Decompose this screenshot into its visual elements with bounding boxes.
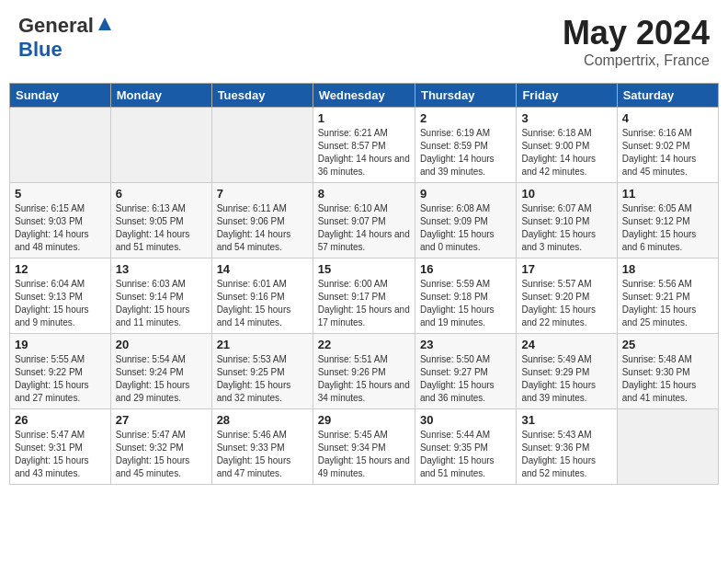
day-info: Sunrise: 6:19 AM Sunset: 8:59 PM Dayligh… [420, 127, 511, 178]
day-number: 21 [217, 338, 308, 351]
day-number: 10 [521, 187, 611, 201]
calendar-cell: 4Sunrise: 6:16 AM Sunset: 9:02 PM Daylig… [617, 108, 718, 183]
day-info: Sunrise: 6:15 AM Sunset: 9:03 PM Dayligh… [15, 202, 106, 254]
day-number: 26 [15, 413, 106, 427]
day-number: 20 [116, 338, 207, 351]
day-number: 28 [217, 413, 308, 427]
calendar-week-row: 1Sunrise: 6:21 AM Sunset: 8:57 PM Daylig… [10, 108, 719, 183]
calendar-cell: 23Sunrise: 5:50 AM Sunset: 9:27 PM Dayli… [415, 334, 516, 409]
day-number: 25 [622, 338, 713, 351]
day-info: Sunrise: 6:05 AM Sunset: 9:12 PM Dayligh… [622, 202, 713, 254]
day-info: Sunrise: 5:47 AM Sunset: 9:32 PM Dayligh… [116, 429, 207, 480]
day-info: Sunrise: 6:13 AM Sunset: 9:05 PM Dayligh… [116, 202, 207, 254]
day-number: 5 [15, 187, 106, 201]
day-number: 12 [15, 262, 106, 276]
day-info: Sunrise: 6:21 AM Sunset: 8:57 PM Dayligh… [318, 127, 410, 178]
day-info: Sunrise: 5:49 AM Sunset: 9:29 PM Dayligh… [521, 353, 611, 405]
day-info: Sunrise: 6:03 AM Sunset: 9:14 PM Dayligh… [116, 278, 207, 329]
day-number: 1 [318, 111, 410, 125]
calendar-cell: 27Sunrise: 5:47 AM Sunset: 9:32 PM Dayli… [110, 409, 211, 485]
day-number: 11 [622, 187, 713, 201]
day-info: Sunrise: 6:10 AM Sunset: 9:07 PM Dayligh… [318, 202, 410, 254]
day-info: Sunrise: 5:48 AM Sunset: 9:30 PM Dayligh… [622, 353, 713, 405]
calendar-cell: 25Sunrise: 5:48 AM Sunset: 9:30 PM Dayli… [617, 334, 718, 409]
calendar-cell: 31Sunrise: 5:43 AM Sunset: 9:36 PM Dayli… [517, 409, 617, 485]
calendar-cell: 11Sunrise: 6:05 AM Sunset: 9:12 PM Dayli… [617, 183, 718, 259]
month-title: May 2024 [563, 14, 710, 52]
day-number: 7 [217, 187, 308, 201]
day-number: 6 [116, 187, 207, 201]
day-number: 31 [521, 413, 611, 427]
calendar-cell [617, 409, 718, 485]
calendar-cell: 1Sunrise: 6:21 AM Sunset: 8:57 PM Daylig… [313, 108, 415, 183]
day-info: Sunrise: 6:04 AM Sunset: 9:13 PM Dayligh… [15, 278, 106, 329]
day-info: Sunrise: 6:16 AM Sunset: 9:02 PM Dayligh… [622, 127, 713, 178]
day-info: Sunrise: 5:46 AM Sunset: 9:33 PM Dayligh… [217, 429, 308, 480]
calendar-cell: 19Sunrise: 5:55 AM Sunset: 9:22 PM Dayli… [10, 334, 111, 409]
day-info: Sunrise: 5:50 AM Sunset: 9:27 PM Dayligh… [420, 353, 511, 405]
day-of-week-header: Tuesday [211, 84, 313, 108]
day-number: 14 [217, 262, 308, 276]
calendar-cell: 26Sunrise: 5:47 AM Sunset: 9:31 PM Dayli… [10, 409, 111, 485]
day-info: Sunrise: 5:51 AM Sunset: 9:26 PM Dayligh… [318, 353, 410, 405]
day-number: 18 [622, 262, 713, 276]
day-info: Sunrise: 6:00 AM Sunset: 9:17 PM Dayligh… [318, 278, 410, 329]
day-info: Sunrise: 5:44 AM Sunset: 9:35 PM Dayligh… [420, 429, 511, 480]
title-block: May 2024 Compertrix, France [563, 14, 710, 69]
calendar-cell: 14Sunrise: 6:01 AM Sunset: 9:16 PM Dayli… [211, 259, 313, 334]
calendar-week-row: 5Sunrise: 6:15 AM Sunset: 9:03 PM Daylig… [10, 183, 719, 259]
day-number: 30 [420, 413, 511, 427]
day-of-week-header: Thursday [415, 84, 516, 108]
day-info: Sunrise: 5:59 AM Sunset: 9:18 PM Dayligh… [420, 278, 511, 329]
day-of-week-header: Friday [517, 84, 617, 108]
day-number: 24 [521, 338, 611, 351]
day-info: Sunrise: 6:08 AM Sunset: 9:09 PM Dayligh… [420, 202, 511, 254]
calendar-cell [110, 108, 211, 183]
calendar-week-row: 19Sunrise: 5:55 AM Sunset: 9:22 PM Dayli… [10, 334, 719, 409]
calendar-cell: 28Sunrise: 5:46 AM Sunset: 9:33 PM Dayli… [211, 409, 313, 485]
calendar-cell: 10Sunrise: 6:07 AM Sunset: 9:10 PM Dayli… [517, 183, 617, 259]
calendar-cell: 24Sunrise: 5:49 AM Sunset: 9:29 PM Dayli… [517, 334, 617, 409]
day-number: 4 [622, 111, 713, 125]
calendar-cell: 3Sunrise: 6:18 AM Sunset: 9:00 PM Daylig… [517, 108, 617, 183]
logo-icon [97, 16, 113, 32]
calendar: SundayMondayTuesdayWednesdayThursdayFrid… [9, 83, 719, 485]
calendar-cell [211, 108, 313, 183]
day-of-week-header: Wednesday [313, 84, 415, 108]
day-number: 23 [420, 338, 511, 351]
day-info: Sunrise: 6:07 AM Sunset: 9:10 PM Dayligh… [521, 202, 611, 254]
day-info: Sunrise: 6:01 AM Sunset: 9:16 PM Dayligh… [217, 278, 308, 329]
day-number: 3 [521, 111, 611, 125]
day-info: Sunrise: 5:56 AM Sunset: 9:21 PM Dayligh… [622, 278, 713, 329]
calendar-cell: 15Sunrise: 6:00 AM Sunset: 9:17 PM Dayli… [313, 259, 415, 334]
calendar-cell: 2Sunrise: 6:19 AM Sunset: 8:59 PM Daylig… [415, 108, 516, 183]
day-info: Sunrise: 6:18 AM Sunset: 9:00 PM Dayligh… [521, 127, 611, 178]
day-info: Sunrise: 5:47 AM Sunset: 9:31 PM Dayligh… [15, 429, 106, 480]
calendar-cell: 13Sunrise: 6:03 AM Sunset: 9:14 PM Dayli… [110, 259, 211, 334]
calendar-cell: 6Sunrise: 6:13 AM Sunset: 9:05 PM Daylig… [110, 183, 211, 259]
day-number: 15 [318, 262, 410, 276]
day-number: 13 [116, 262, 207, 276]
day-number: 2 [420, 111, 511, 125]
calendar-cell: 12Sunrise: 6:04 AM Sunset: 9:13 PM Dayli… [10, 259, 111, 334]
calendar-week-row: 26Sunrise: 5:47 AM Sunset: 9:31 PM Dayli… [10, 409, 719, 485]
day-of-week-header: Saturday [617, 84, 718, 108]
calendar-cell: 5Sunrise: 6:15 AM Sunset: 9:03 PM Daylig… [10, 183, 111, 259]
day-number: 22 [318, 338, 410, 351]
day-number: 16 [420, 262, 511, 276]
day-info: Sunrise: 5:43 AM Sunset: 9:36 PM Dayligh… [521, 429, 611, 480]
calendar-cell [10, 108, 111, 183]
calendar-cell: 8Sunrise: 6:10 AM Sunset: 9:07 PM Daylig… [313, 183, 415, 259]
calendar-cell: 9Sunrise: 6:08 AM Sunset: 9:09 PM Daylig… [415, 183, 516, 259]
header: General Blue May 2024 Compertrix, France [9, 9, 719, 74]
calendar-cell: 29Sunrise: 5:45 AM Sunset: 9:34 PM Dayli… [313, 409, 415, 485]
calendar-week-row: 12Sunrise: 6:04 AM Sunset: 9:13 PM Dayli… [10, 259, 719, 334]
day-number: 8 [318, 187, 410, 201]
logo-general: General [18, 14, 94, 38]
day-number: 17 [521, 262, 611, 276]
day-info: Sunrise: 6:11 AM Sunset: 9:06 PM Dayligh… [217, 202, 308, 254]
day-info: Sunrise: 5:45 AM Sunset: 9:34 PM Dayligh… [318, 429, 410, 480]
day-info: Sunrise: 5:55 AM Sunset: 9:22 PM Dayligh… [15, 353, 106, 405]
day-number: 29 [318, 413, 410, 427]
calendar-cell: 7Sunrise: 6:11 AM Sunset: 9:06 PM Daylig… [211, 183, 313, 259]
